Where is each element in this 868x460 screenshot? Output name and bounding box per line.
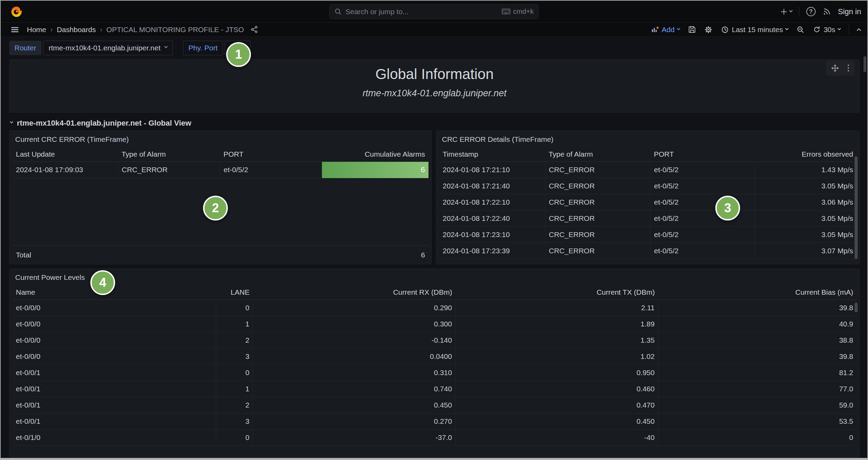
breadcrumb-home[interactable]: Home [27,26,46,34]
scrollbar[interactable] [855,156,858,259]
table-row: et-0/0/130.2700.45053.5 [12,413,857,429]
table-cell: 3.07 Mp/s [755,243,857,259]
table-cell: 0.310 [253,364,456,381]
breadcrumb-dashboards[interactable]: Dashboards [57,26,96,34]
share-icon[interactable] [250,26,258,33]
move-icon[interactable] [831,64,839,72]
kebab-icon[interactable] [847,64,850,72]
search-input[interactable]: Search or jump to... cmd+k [329,4,539,19]
table-cell: 2.11 [456,300,658,316]
table-row: 2024-01-08 17:21:40CRC_ERRORet-0/5/23.05… [439,178,857,194]
save-dashboard-button[interactable] [688,26,696,33]
table-cell: 3.05 Mp/s [755,210,857,226]
table-cell: 0 [216,429,253,446]
column-header[interactable]: PORT [650,147,755,162]
new-button[interactable] [780,8,792,16]
annotation-badge-3: 3 [715,196,740,221]
gauge-value: 6 [421,165,425,174]
table-cell: CRC_ERROR [545,210,650,226]
row-title: rtme-mx10k4-01.englab.juniper.net - Glob… [17,119,191,128]
global-panel-title: Global Information [10,66,859,82]
table-cell: 0.450 [456,413,658,429]
clock-icon [721,26,729,34]
table-cell: 3.05 Mp/s [755,178,857,194]
table-row: 2024-01-08 17:22:10CRC_ERRORet-0/5/23.06… [439,194,857,210]
table-total-row: Total 6 [12,245,428,264]
table-row: 2024-01-08 17:23:10CRC_ERRORet-0/5/23.05… [439,226,857,243]
toolbar-actions: Add [651,25,861,35]
time-range-picker[interactable]: Last 15 minutes [721,26,788,34]
table-cell: CRC_ERROR [545,162,650,178]
chevron-down-icon [838,27,841,30]
table-cell: 0.740 [253,381,456,397]
column-header[interactable]: Last Update [12,147,118,162]
breadcrumb-separator: › [50,26,53,33]
keyboard-icon [502,8,511,16]
table-cell: 3.06 Mp/s [755,194,857,210]
table-cell: 2024-01-08 17:22:40 [439,210,545,226]
column-header[interactable]: Errors observed [755,147,857,162]
column-header[interactable]: Current RX (DBm) [253,285,456,300]
refresh-interval-label: 30s [824,26,835,34]
table-cell: 77.0 [658,381,857,397]
column-header[interactable]: Current Bias (mA) [658,285,857,300]
table-cell: 81.2 [658,364,857,381]
grafana-window: Search or jump to... cmd+k ? [0,0,868,460]
table-cell: 1.02 [456,348,658,364]
menu-icon[interactable] [10,25,19,34]
breadcrumb-current: OPTICAL MONITORING PROFILE - JTSO [107,26,244,34]
table-row: 2024-01-08 17:09:03 CRC_ERROR et-0/5/2 6 [12,162,428,178]
annotation-badge-2: 2 [203,196,228,221]
panel-title[interactable]: CRC ERROR Details (TimeFrame) [436,131,859,147]
dashboard-settings-button[interactable] [704,26,713,34]
column-header[interactable]: Cumulative Alarms [322,147,428,162]
table-cell: 59.0 [658,397,857,413]
table-row: et-0/0/100.3100.95081.2 [12,364,857,381]
add-label: Add [662,26,675,34]
scrollbar[interactable] [855,303,858,312]
column-header[interactable]: Current TX (DBm) [456,285,658,300]
table-cell: 2024-01-08 17:21:40 [439,178,545,194]
table-cell: 1 [216,381,253,397]
panel-title[interactable]: Current Power Levels [10,269,859,285]
table-cell: 0 [216,364,253,381]
scrollbar[interactable] [864,56,866,72]
column-header[interactable]: Timestamp [439,147,545,162]
refresh-icon [813,26,821,33]
router-variable-label: Router [9,41,41,55]
column-header[interactable]: PORT [220,147,322,162]
column-header[interactable]: Type of Alarm [545,147,650,162]
time-range-label: Last 15 minutes [732,26,783,34]
table-cell: et-0/5/2 [220,162,322,178]
crc-error-details-table: Timestamp Type of Alarm PORT Errors obse… [439,147,857,259]
table-cell: CRC_ERROR [545,194,650,210]
chevron-down-icon [677,27,680,30]
sign-in-button[interactable]: Sign in [838,7,861,16]
gear-icon [704,26,713,34]
dashboard-toolbar: Home › Dashboards › OPTICAL MONITORING P… [1,23,867,37]
table-cell: 0.460 [456,381,658,397]
dashboard-row-toggle[interactable]: rtme-mx10k4-01.englab.juniper.net - Glob… [10,119,191,128]
refresh-button[interactable]: 30s [813,26,840,34]
zoom-out-button[interactable] [796,26,805,34]
collapse-toolbar-button[interactable] [857,28,860,31]
plus-icon [780,8,788,16]
dashboard-canvas: Router rtme-mx10k4-01.englab.juniper.net… [1,37,867,458]
grafana-logo[interactable] [10,6,23,18]
table-cell: CRC_ERROR [545,226,650,243]
column-header[interactable]: LANE [216,285,253,300]
table-cell: 0 [658,429,857,446]
column-header[interactable]: Type of Alarm [118,147,220,162]
help-button[interactable]: ? [806,7,816,16]
global-panel-subtitle: rtme-mx10k4-01.englab.juniper.net [10,88,859,99]
table-cell: 40.9 [658,316,857,332]
table-cell: 53.5 [658,413,857,429]
global-information-panel: Global Information rtme-mx10k4-01.englab… [9,59,860,112]
panel-title[interactable]: Current CRC ERROR (TimeFrame) [10,131,431,147]
table-cell: et-0/0/1 [12,381,216,397]
table-header-row: Name LANE Current RX (DBm) Current TX (D… [12,285,857,300]
add-button[interactable]: Add [651,26,680,34]
router-variable-select[interactable]: rtme-mx10k4-01.englab.juniper.net [43,41,173,55]
table-cell: 0.300 [253,316,456,332]
news-button[interactable] [822,7,831,16]
